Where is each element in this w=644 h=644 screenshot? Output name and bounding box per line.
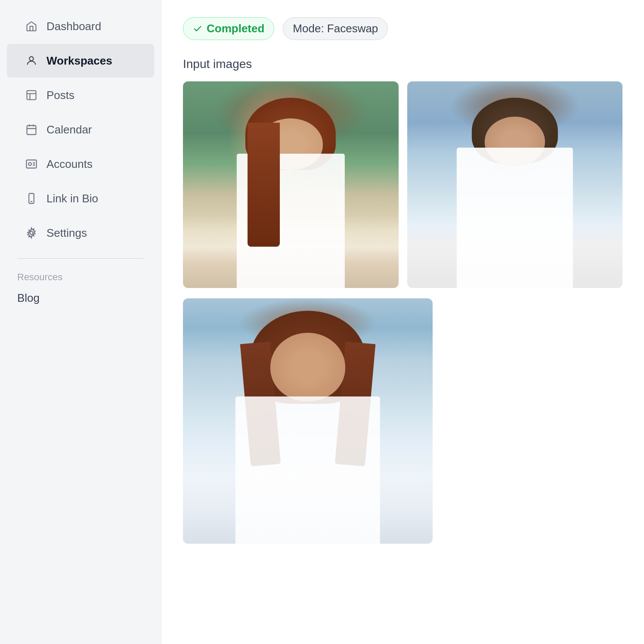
check-icon — [193, 24, 202, 34]
sidebar-item-posts[interactable]: Posts — [7, 78, 154, 112]
link-in-bio-icon — [24, 191, 39, 206]
output-image-wrapper — [183, 298, 433, 544]
accounts-icon — [24, 157, 39, 171]
svg-rect-2 — [27, 126, 36, 135]
input-photo-1 — [183, 81, 399, 288]
sidebar-item-calendar-label: Calendar — [46, 123, 92, 136]
sidebar-item-settings-label: Settings — [46, 226, 87, 240]
sidebar-item-workspaces[interactable]: Workspaces — [7, 44, 154, 77]
svg-rect-5 — [29, 193, 34, 203]
settings-icon — [24, 226, 39, 240]
shirt-3 — [235, 396, 380, 544]
sidebar-item-link-in-bio[interactable]: Link in Bio — [7, 182, 154, 215]
image-grid-top — [183, 81, 622, 288]
mode-badge: Mode: Faceswap — [283, 17, 388, 40]
calendar-icon — [24, 122, 39, 137]
resources-label: Resources — [0, 267, 161, 285]
sidebar-item-dashboard-label: Dashboard — [46, 20, 101, 33]
sidebar-item-posts-label: Posts — [46, 89, 74, 102]
input-photo-2 — [407, 81, 623, 288]
shirt-2 — [457, 148, 573, 288]
sidebar-divider — [17, 258, 144, 259]
sidebar-item-calendar[interactable]: Calendar — [7, 113, 154, 146]
sidebar-item-workspaces-label: Workspaces — [46, 54, 112, 68]
long-hair-1 — [248, 123, 280, 247]
home-icon — [24, 19, 39, 34]
workspaces-icon — [24, 53, 39, 68]
svg-rect-1 — [27, 91, 36, 100]
output-photo — [183, 298, 433, 544]
completed-label: Completed — [207, 22, 264, 35]
posts-icon — [24, 88, 39, 102]
sidebar: Dashboard Workspaces Posts Calen — [0, 0, 161, 644]
sidebar-item-accounts-label: Accounts — [46, 158, 93, 171]
sidebar-item-link-in-bio-label: Link in Bio — [46, 192, 98, 205]
blog-label: Blog — [17, 291, 40, 305]
sidebar-item-settings[interactable]: Settings — [7, 216, 154, 250]
mode-label: Mode: Faceswap — [293, 22, 378, 35]
svg-point-0 — [29, 57, 33, 61]
completed-badge: Completed — [183, 17, 274, 40]
status-bar: Completed Mode: Faceswap — [183, 17, 622, 40]
face-3 — [270, 333, 345, 402]
svg-point-4 — [28, 163, 31, 166]
main-content: Completed Mode: Faceswap Input images — [161, 0, 644, 644]
sidebar-item-dashboard[interactable]: Dashboard — [7, 9, 154, 43]
sidebar-item-blog[interactable]: Blog — [0, 285, 161, 311]
sidebar-item-accounts[interactable]: Accounts — [7, 147, 154, 181]
svg-point-6 — [30, 232, 33, 235]
input-images-title: Input images — [183, 57, 622, 71]
